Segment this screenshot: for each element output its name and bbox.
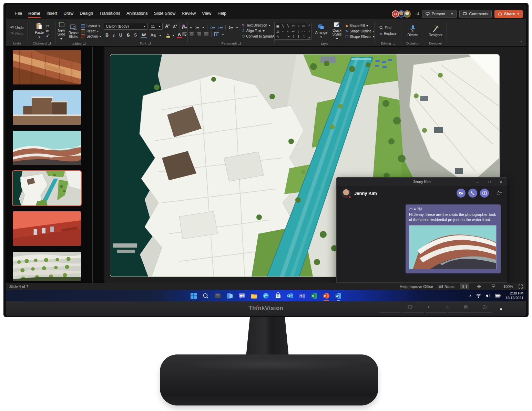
menu-help[interactable]: Help [214,10,229,18]
numbering-icon[interactable]: 12 [195,26,200,29]
zoom-level[interactable]: 100% [503,284,513,289]
menu-review[interactable]: Review [178,10,199,18]
cut-icon[interactable]: ✂ [46,24,50,28]
dialog-launcher-icon[interactable] [238,42,241,44]
slide-thumbnail-3[interactable] [13,131,81,165]
shape-outline-button[interactable]: ✎Shape Outline [345,29,375,33]
more-collaborators[interactable]: +4 [415,12,419,16]
chat-button[interactable] [237,291,246,300]
menu-slideshow[interactable]: Slide Show [151,10,179,18]
arrange-button[interactable]: Arrange [314,23,329,40]
add-person-icon[interactable] [497,191,502,195]
gallery-scroll[interactable]: ▲▼▼ [307,23,310,39]
microsoft-store-button[interactable] [274,291,283,300]
slide-thumbnail-6[interactable] [13,252,81,281]
menu-animations[interactable]: Animations [123,10,151,18]
dictate-button[interactable]: Dictate [406,24,419,38]
bold-button[interactable]: B [104,33,110,38]
shrink-font-button[interactable]: A˅ [172,24,178,29]
slide-thumbnail-4-selected[interactable] [13,171,81,206]
start-button[interactable] [189,291,198,300]
bullets-icon[interactable] [182,26,187,29]
font-name-select[interactable]: Calibri (Body) [104,23,147,30]
word-button[interactable]: W [334,291,343,300]
slide-sorter-view-button[interactable] [474,283,483,289]
menu-view[interactable]: View [199,10,214,18]
align-center-icon[interactable] [190,32,194,36]
shapes-gallery[interactable]: ▣╲╲□○▭ △⌐⌐⇨⇩▱ ∿⌒〜{}☆ ▲▼▼ [274,23,311,40]
battery-icon[interactable] [495,294,501,298]
task-view-button[interactable] [213,291,222,300]
shape-effects-button[interactable]: ❑Shape Effects [345,35,375,39]
menu-home[interactable]: Home [25,10,43,18]
quick-styles-button[interactable]: Quick Styles [331,21,342,41]
shape-fill-button[interactable]: ◆Shape Fill [345,24,368,28]
maximize-icon[interactable]: □ [483,178,495,186]
fit-to-window-icon[interactable] [519,284,523,289]
comments-button[interactable]: Comments [459,10,492,18]
dialog-launcher-icon[interactable] [148,42,151,44]
file-explorer-button[interactable] [249,291,258,300]
help-improve-office-link[interactable]: Help Improve Office [400,284,433,289]
increase-indent-icon[interactable] [218,26,223,29]
reset-button[interactable]: Reset [81,29,99,33]
dialog-launcher-icon[interactable] [48,42,51,44]
minimize-icon[interactable]: – [472,178,483,186]
find-button[interactable]: Find [379,26,391,30]
text-shadow-button[interactable]: S [133,33,138,38]
font-color-button[interactable]: A [177,32,182,38]
slide-thumbnail-2[interactable] [13,90,81,125]
wifi-icon[interactable] [476,294,481,298]
menu-design[interactable]: Design [76,10,96,18]
italic-button[interactable]: I [112,33,116,38]
slideshow-view-button[interactable] [489,283,498,289]
section-button[interactable]: Section [81,34,101,38]
underline-button[interactable]: U [118,33,123,38]
undo-button[interactable]: ↶Undo [10,26,24,30]
grow-font-button[interactable]: A˄ [164,24,171,29]
menu-file[interactable]: File [12,10,25,18]
copy-icon[interactable]: ⧉ [46,29,50,33]
redo-button[interactable]: ↷Redo [10,31,24,36]
dialog-launcher-icon[interactable] [393,42,395,44]
menu-transitions[interactable]: Transitions [96,10,123,18]
strikethrough-button[interactable]: S [126,33,131,38]
close-icon[interactable]: ✕ [495,178,507,186]
columns-icon[interactable] [214,32,219,36]
contact-avatar[interactable] [341,189,351,198]
replace-button[interactable]: ⇆Replace [379,32,396,36]
normal-view-button[interactable] [460,283,469,289]
powerpoint-button[interactable]: P [322,291,331,300]
decrease-indent-icon[interactable] [210,26,215,29]
line-spacing-icon[interactable] [228,26,233,29]
tray-chevron-up-icon[interactable]: ∧ [469,294,472,298]
new-slide-button[interactable]: New Slide [57,21,66,41]
excel-button[interactable]: X [310,291,319,300]
teams-titlebar[interactable]: Jenny Kim – □ ✕ [337,178,507,186]
share-button[interactable]: Share [494,10,523,18]
search-button[interactable] [201,291,210,300]
menu-insert[interactable]: Insert [43,10,60,18]
format-painter-icon[interactable]: 🖌 [46,34,50,38]
volume-icon[interactable] [485,294,491,298]
menu-draw[interactable]: Draw [60,10,76,18]
align-left-icon[interactable] [182,32,187,36]
align-right-icon[interactable] [197,32,201,36]
widgets-button[interactable] [225,291,234,300]
slide-thumbnail-1[interactable] [13,50,81,84]
outlook-button[interactable] [286,291,295,300]
justify-icon[interactable] [204,32,208,36]
avatar[interactable]: LT [392,10,399,18]
video-call-button[interactable] [457,189,466,198]
font-size-select[interactable]: 11 [149,23,163,30]
character-spacing-button[interactable]: AV [141,33,147,38]
notes-button[interactable]: Notes [439,284,454,289]
clock[interactable]: 2:30 PM 12/12/2021 [505,291,523,300]
audio-call-button[interactable] [468,189,477,198]
layout-button[interactable]: Layout [81,24,100,28]
paste-button[interactable]: Paste [34,22,45,40]
dialog-launcher-icon[interactable] [83,42,85,45]
screen-share-button[interactable] [480,189,489,198]
teams-app-button[interactable]: T [298,291,307,300]
edge-button[interactable] [262,291,270,300]
